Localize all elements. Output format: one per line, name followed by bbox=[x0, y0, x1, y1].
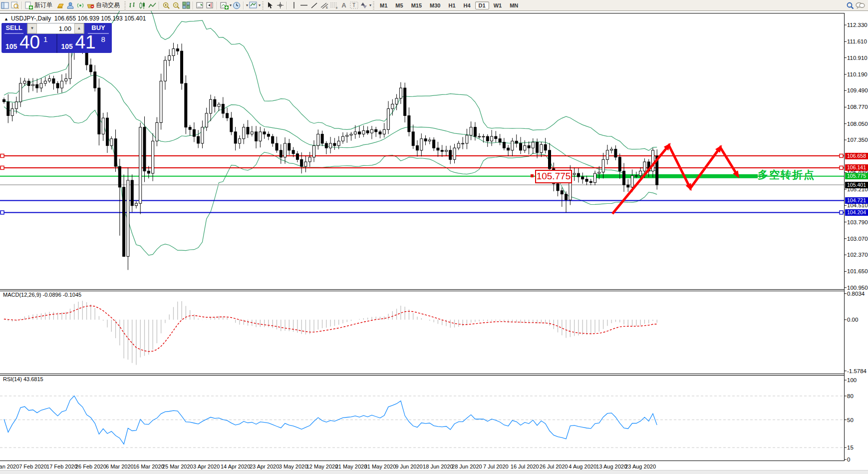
chart-area[interactable]: ▲USDJPY-,Daily 106.655 106.939 105.193 1… bbox=[0, 11, 868, 474]
chart-plot[interactable] bbox=[0, 11, 868, 474]
sell-price[interactable]: 105 40 1 bbox=[1, 34, 56, 53]
candle bbox=[189, 127, 191, 130]
level-tag-anchor bbox=[531, 174, 534, 177]
auto-arrange-icon[interactable] bbox=[195, 1, 205, 10]
candle bbox=[482, 136, 485, 137]
candle bbox=[441, 150, 443, 151]
candle bbox=[416, 146, 419, 150]
line-handle[interactable] bbox=[840, 154, 843, 158]
candle bbox=[304, 162, 307, 166]
charts-window-icon[interactable] bbox=[0, 1, 10, 10]
templates-icon[interactable] bbox=[248, 1, 258, 10]
price-axis-label: 109.490 bbox=[847, 87, 868, 93]
zoom-in-icon[interactable] bbox=[161, 1, 171, 10]
candle bbox=[168, 55, 171, 60]
candle bbox=[164, 60, 166, 81]
line-handle[interactable] bbox=[840, 211, 843, 214]
channel-icon[interactable]: E bbox=[319, 1, 329, 10]
candle bbox=[131, 180, 133, 206]
chart-shift-icon[interactable] bbox=[205, 1, 215, 10]
pivot-annotation-text[interactable]: 多空转折点 bbox=[758, 168, 815, 182]
timeframe-button-m15[interactable]: M15 bbox=[408, 1, 425, 9]
text-icon[interactable]: A bbox=[339, 1, 349, 10]
price-axis-label: 50 bbox=[847, 417, 854, 423]
candle bbox=[23, 81, 26, 83]
candle bbox=[197, 136, 200, 143]
autotrading-button[interactable]: 自动交易 bbox=[96, 1, 120, 9]
candle bbox=[272, 136, 274, 143]
candle bbox=[470, 127, 472, 135]
candle bbox=[176, 49, 179, 51]
candlestick-icon[interactable] bbox=[137, 1, 147, 10]
gold-icon[interactable] bbox=[55, 1, 65, 10]
line-handle[interactable] bbox=[0, 166, 4, 169]
label-icon[interactable]: T bbox=[349, 1, 359, 10]
x-axis-label: 17 Feb 2020 bbox=[46, 464, 77, 470]
timeframe-button-d1[interactable]: D1 bbox=[475, 1, 489, 9]
chat-icon[interactable] bbox=[855, 1, 865, 10]
collapse-arrow-icon[interactable]: ▲ bbox=[4, 16, 8, 21]
horizontal-line-icon[interactable] bbox=[299, 1, 309, 10]
new-chart-icon[interactable] bbox=[219, 1, 229, 10]
pivot-zone-bar[interactable] bbox=[596, 174, 758, 178]
community-icon[interactable] bbox=[65, 1, 75, 10]
zoom-out-icon[interactable] bbox=[171, 1, 181, 10]
toolbar-separator bbox=[159, 1, 160, 9]
fibonacci-icon[interactable]: F bbox=[329, 1, 339, 10]
market-basket-icon[interactable] bbox=[85, 1, 95, 10]
candle bbox=[549, 150, 551, 169]
clock-icon[interactable] bbox=[232, 1, 242, 10]
svg-text:F: F bbox=[336, 6, 338, 9]
candle bbox=[234, 132, 237, 143]
candle bbox=[321, 134, 323, 144]
line-chart-icon[interactable] bbox=[147, 1, 157, 10]
market-watch-icon[interactable] bbox=[10, 1, 20, 10]
candle bbox=[618, 157, 621, 171]
volume-input[interactable] bbox=[37, 23, 74, 33]
crosshair-icon[interactable] bbox=[275, 1, 285, 10]
candle bbox=[462, 143, 464, 144]
search-icon[interactable] bbox=[845, 1, 855, 10]
signals-icon[interactable] bbox=[75, 1, 85, 10]
candle bbox=[466, 135, 468, 143]
new-order-button[interactable]: 新订单 bbox=[34, 1, 52, 9]
chevron-down-icon[interactable]: ▾ bbox=[369, 3, 371, 7]
cursor-icon[interactable] bbox=[265, 1, 275, 10]
timeframe-button-w1[interactable]: W1 bbox=[490, 1, 506, 9]
chevron-down-icon[interactable]: ▾ bbox=[259, 3, 261, 7]
toolbar-separator bbox=[243, 1, 244, 9]
candle bbox=[536, 142, 539, 153]
price-level-tag[interactable]: 105.775 bbox=[535, 170, 572, 183]
candle bbox=[172, 49, 175, 56]
buy-price[interactable]: 105 41 8 bbox=[57, 34, 112, 53]
candle bbox=[478, 136, 481, 137]
toolbar-separator bbox=[21, 1, 22, 9]
candle bbox=[226, 113, 229, 118]
timeframe-button-mn[interactable]: MN bbox=[506, 1, 522, 9]
toolbar-separator bbox=[193, 1, 194, 9]
candle bbox=[354, 132, 356, 134]
vertical-line-icon[interactable] bbox=[289, 1, 299, 10]
candle bbox=[214, 99, 216, 106]
line-handle[interactable] bbox=[0, 211, 4, 214]
toolbar: 新订单 自动交易 ▾ ▾ ▾ E F A T ▾ bbox=[0, 0, 868, 11]
timeframe-button-m30[interactable]: M30 bbox=[426, 1, 444, 9]
candle bbox=[491, 136, 493, 141]
price-axis-label: 100 bbox=[847, 377, 857, 383]
new-order-icon[interactable] bbox=[24, 1, 34, 10]
x-axis-label: 26 Jul 2020 bbox=[540, 464, 568, 470]
candle bbox=[424, 139, 427, 141]
chart-symbol-period: USDJPY-,Daily bbox=[11, 15, 51, 22]
candle bbox=[387, 109, 390, 130]
candle bbox=[433, 140, 435, 148]
shapes-icon[interactable] bbox=[359, 1, 369, 10]
timeframe-button-h1[interactable]: H1 bbox=[445, 1, 459, 9]
timeframe-button-h4[interactable]: H4 bbox=[460, 1, 474, 9]
trendline-icon[interactable] bbox=[309, 1, 319, 10]
bar-chart-icon[interactable] bbox=[127, 1, 137, 10]
tile-windows-icon[interactable] bbox=[181, 1, 191, 10]
line-handle[interactable] bbox=[840, 166, 843, 169]
timeframe-button-m5[interactable]: M5 bbox=[392, 1, 406, 9]
timeframe-button-m1[interactable]: M1 bbox=[376, 1, 391, 9]
line-handle[interactable] bbox=[0, 154, 4, 158]
